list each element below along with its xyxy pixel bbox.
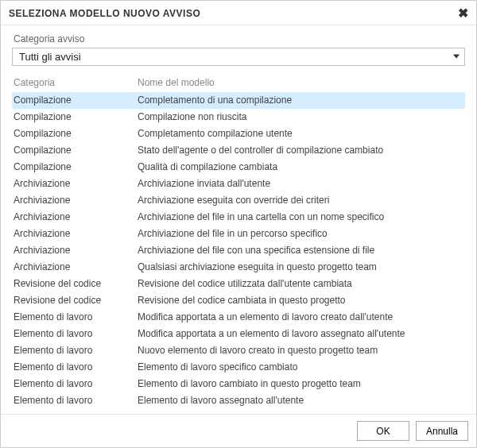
row-category: Compilazione: [14, 111, 138, 123]
table-row[interactable]: Elemento di lavoroNuovo elemento di lavo…: [12, 342, 465, 359]
row-template-name: Completamento compilazione utente: [138, 128, 463, 140]
row-category: Elemento di lavoro: [14, 361, 138, 373]
row-category: Archiviazione: [14, 228, 138, 240]
table-row[interactable]: Elemento di lavoroElemento di lavoro ass…: [12, 392, 465, 409]
table-row[interactable]: ArchiviazioneArchiviazione del file con …: [12, 242, 465, 259]
table-row[interactable]: ArchiviazioneArchiviazione inviata dall'…: [12, 176, 465, 192]
dialog-title: SELEZIONA MODELLO NUOVO AVVISO: [9, 8, 200, 19]
row-category: Archiviazione: [14, 178, 138, 190]
row-template-name: Archiviazione inviata dall'utente: [138, 178, 463, 190]
table-row[interactable]: Elemento di lavoroElemento di lavoro cam…: [12, 376, 465, 392]
category-field-label: Categoria avviso: [12, 32, 465, 48]
table-row[interactable]: CompilazioneQualità di compilazione camb…: [12, 159, 465, 176]
row-category: Archiviazione: [14, 211, 138, 223]
row-template-name: Qualità di compilazione cambiata: [138, 161, 463, 173]
row-category: Revisione del codice: [14, 278, 138, 290]
row-template-name: Revisione del codice cambiata in questo …: [138, 295, 463, 307]
category-select-value: Tutti gli avvisi: [19, 51, 81, 63]
row-template-name: Stato dell'agente o del controller di co…: [138, 145, 463, 156]
chevron-down-icon: [453, 55, 460, 59]
row-template-name: Archiviazione del file in una cartella c…: [138, 211, 463, 223]
row-category: Compilazione: [14, 145, 138, 156]
row-template-name: Archiviazione del file con una specifica…: [138, 245, 463, 257]
row-category: Archiviazione: [14, 261, 138, 273]
table-headers: Categoria Nome del modello: [12, 74, 465, 91]
row-template-name: Elemento di lavoro cambiato in questo pr…: [138, 378, 463, 390]
row-template-name: Completamento di una compilazione: [138, 95, 463, 106]
row-category: Compilazione: [14, 128, 138, 140]
row-template-name: Revisione del codice utilizzata dall'ute…: [138, 278, 463, 290]
cancel-button[interactable]: Annulla: [416, 421, 468, 441]
table-row[interactable]: CompilazioneStato dell'agente o del cont…: [12, 142, 465, 159]
row-category: Elemento di lavoro: [14, 378, 138, 390]
row-template-name: Modifica apportata a un elemento di lavo…: [138, 311, 463, 323]
row-template-name: Qualsiasi archiviazione eseguita in ques…: [138, 261, 463, 273]
template-list[interactable]: CompilazioneCompletamento di una compila…: [12, 91, 465, 409]
table-row[interactable]: CompilazioneCompletamento di una compila…: [12, 92, 465, 109]
row-template-name: Elemento di lavoro specifico cambiato: [138, 361, 463, 373]
row-category: Archiviazione: [14, 195, 138, 207]
dialog-body: Categoria avviso Tutti gli avvisi Catego…: [1, 25, 476, 414]
table-row[interactable]: Revisione del codiceRevisione del codice…: [12, 276, 465, 292]
table-row[interactable]: Elemento di lavoroModifica apportata a u…: [12, 326, 465, 342]
category-select[interactable]: Tutti gli avvisi: [12, 48, 465, 66]
row-template-name: Compilazione non riuscita: [138, 111, 463, 123]
row-category: Elemento di lavoro: [14, 395, 138, 407]
row-template-name: Archiviazione del file in un percorso sp…: [138, 228, 463, 240]
table-row[interactable]: ArchiviazioneQualsiasi archiviazione ese…: [12, 259, 465, 276]
table-row[interactable]: Elemento di lavoroModifica apportata a u…: [12, 309, 465, 326]
row-template-name: Modifica apportata a un elemento di lavo…: [138, 328, 463, 340]
row-template-name: Archiviazione eseguita con override dei …: [138, 195, 463, 207]
dialog-footer: OK Annulla: [1, 414, 476, 447]
header-template-name: Nome del modello: [138, 77, 463, 88]
table-row[interactable]: CompilazioneCompletamento compilazione u…: [12, 126, 465, 142]
row-category: Revisione del codice: [14, 295, 138, 307]
row-template-name: Nuovo elemento di lavoro creato in quest…: [138, 345, 463, 357]
titlebar: SELEZIONA MODELLO NUOVO AVVISO ✖: [1, 1, 476, 25]
table-row[interactable]: Revisione del codiceRevisione del codice…: [12, 292, 465, 309]
header-category: Categoria: [14, 77, 138, 88]
table-row[interactable]: ArchiviazioneArchiviazione del file in u…: [12, 209, 465, 226]
table-row[interactable]: Elemento di lavoroElemento di lavoro spe…: [12, 359, 465, 376]
row-category: Elemento di lavoro: [14, 311, 138, 323]
row-category: Elemento di lavoro: [14, 328, 138, 340]
ok-button[interactable]: OK: [357, 421, 409, 441]
table-row[interactable]: ArchiviazioneArchiviazione del file in u…: [12, 226, 465, 242]
dialog: SELEZIONA MODELLO NUOVO AVVISO ✖ Categor…: [0, 0, 477, 448]
row-category: Compilazione: [14, 161, 138, 173]
close-icon[interactable]: ✖: [458, 7, 468, 20]
table-row[interactable]: CompilazioneCompilazione non riuscita: [12, 109, 465, 126]
row-category: Elemento di lavoro: [14, 345, 138, 357]
table-row[interactable]: ArchiviazioneArchiviazione eseguita con …: [12, 192, 465, 209]
row-category: Compilazione: [14, 95, 138, 106]
row-category: Archiviazione: [14, 245, 138, 257]
row-template-name: Elemento di lavoro assegnato all'utente: [138, 395, 463, 407]
